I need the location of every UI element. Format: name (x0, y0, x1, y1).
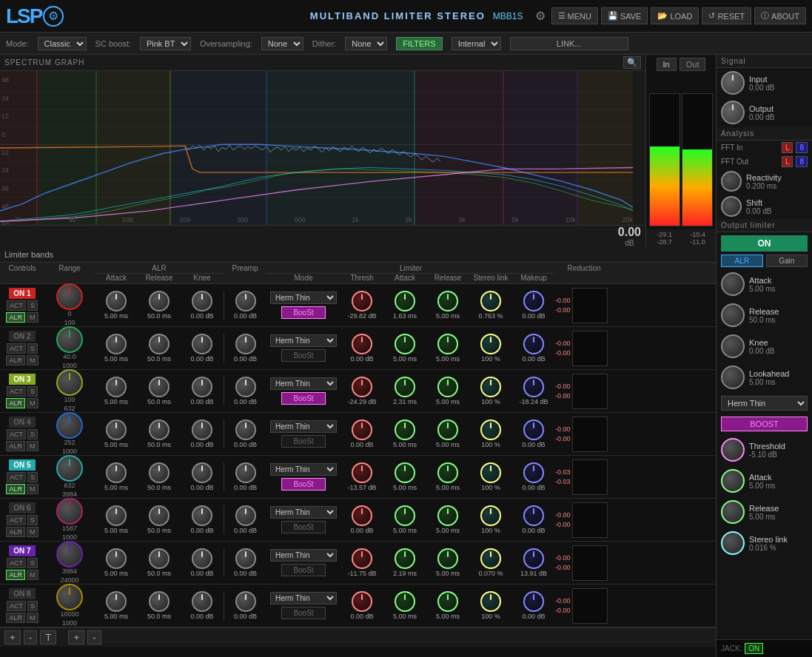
band-2-mute-button[interactable]: M (27, 355, 38, 365)
band-1-preamp-knob[interactable] (235, 291, 256, 311)
band-8-alr-button[interactable]: ALR (6, 613, 25, 623)
band-1-boost-button[interactable]: BooSt (281, 306, 326, 319)
band-4-thresh-knob[interactable] (352, 420, 372, 440)
about-button[interactable]: ⓘ ABOUT (754, 7, 806, 24)
band-3-attack-knob[interactable] (395, 377, 415, 397)
band-4-makeup-knob[interactable] (523, 420, 544, 440)
band-4-on-button[interactable]: ON 4 (9, 417, 36, 428)
band-2-alr-button[interactable]: ALR (6, 355, 25, 365)
routing-select[interactable]: Internal (452, 37, 501, 50)
band-8-makeup-knob[interactable] (523, 591, 544, 612)
band-7-alr-attack-knob[interactable] (106, 548, 127, 569)
band-2-range-knob[interactable] (56, 326, 83, 353)
band-1-release-knob[interactable] (437, 291, 458, 311)
out-knee-knob[interactable] (721, 334, 745, 358)
type-button[interactable]: T (40, 630, 56, 644)
band-8-alr-release-knob[interactable] (149, 591, 170, 612)
band-6-boost-button[interactable]: BooSt (281, 521, 326, 533)
fft-out-btn1[interactable]: L (782, 156, 793, 167)
band-4-mute-button[interactable]: M (27, 441, 38, 451)
band-6-alr-button[interactable]: ALR (6, 527, 25, 537)
band-8-alr-attack-knob[interactable] (106, 591, 127, 612)
band-3-preamp-knob[interactable] (235, 377, 256, 397)
load-button[interactable]: 📂 LOAD (651, 7, 699, 24)
band-2-makeup-knob[interactable] (523, 334, 544, 354)
band-4-solo-button[interactable]: S (27, 429, 38, 439)
band-4-boost-button[interactable]: BooSt (281, 435, 326, 448)
fft-out-btn2[interactable]: 8 (796, 156, 808, 167)
band-2-preamp-knob[interactable] (235, 334, 256, 354)
band-5-alr-button[interactable]: ALR (6, 484, 25, 494)
band-2-mode-select[interactable]: Herm Thin (270, 334, 337, 347)
band-8-preamp-knob[interactable] (235, 591, 256, 612)
band-7-release-knob[interactable] (437, 548, 458, 569)
band-8-alr-knee-knob[interactable] (192, 591, 212, 612)
out-threshold-knob[interactable] (721, 438, 745, 462)
band-4-attack-knob[interactable] (395, 420, 415, 440)
band-7-on-button[interactable]: ON 7 (9, 545, 36, 556)
band-7-boost-button[interactable]: BooSt (281, 564, 326, 576)
band-2-solo-button[interactable]: S (27, 343, 38, 354)
band-8-thresh-knob[interactable] (352, 591, 372, 612)
band-1-on-button[interactable]: ON 1 (9, 288, 36, 299)
band-8-range-knob[interactable] (56, 584, 83, 610)
band-6-alr-knee-knob[interactable] (192, 505, 212, 526)
link-button[interactable]: LINK... (510, 37, 628, 50)
out-attack2-knob[interactable] (721, 469, 745, 493)
band-7-mute-button[interactable]: M (27, 570, 38, 580)
band-5-on-button[interactable]: ON 5 (9, 459, 36, 471)
band-4-stereolink-knob[interactable] (480, 420, 501, 440)
band-4-alr-release-knob[interactable] (149, 420, 170, 440)
band-6-stereolink-knob[interactable] (480, 505, 501, 526)
in-tab[interactable]: In (657, 58, 677, 71)
band-7-preamp-knob[interactable] (235, 548, 256, 569)
band-5-thresh-knob[interactable] (352, 462, 372, 483)
band-4-alr-attack-knob[interactable] (106, 420, 127, 440)
band-6-act-button[interactable]: ACT (7, 515, 26, 525)
band-3-alr-button[interactable]: ALR (6, 398, 25, 408)
save-button[interactable]: 💾 SAVE (601, 7, 648, 24)
shift-knob[interactable] (721, 196, 742, 217)
output-on-button[interactable]: ON (721, 235, 808, 252)
band-2-alr-release-knob[interactable] (149, 334, 170, 354)
band-1-stereolink-knob[interactable] (480, 291, 501, 311)
spectrum-zoom-button[interactable]: 🔍 (623, 56, 641, 69)
input-knob[interactable] (721, 71, 745, 95)
band-1-alr-attack-knob[interactable] (106, 291, 127, 311)
band-1-mode-select[interactable]: Herm Thin (270, 292, 337, 304)
fft-in-btn2[interactable]: 8 (796, 142, 808, 153)
band-3-release-knob[interactable] (437, 377, 458, 397)
band-8-mute-button[interactable]: M (27, 613, 38, 623)
band-7-alr-knee-knob[interactable] (192, 548, 212, 569)
band-5-solo-button[interactable]: S (27, 472, 38, 482)
band-3-alr-attack-knob[interactable] (106, 377, 127, 397)
out-lookahead-knob[interactable] (721, 365, 745, 389)
band-1-range-knob[interactable] (56, 283, 83, 310)
band-8-act-button[interactable]: ACT (7, 601, 26, 611)
band-7-makeup-knob[interactable] (523, 548, 544, 569)
band-8-on-button[interactable]: ON 8 (9, 588, 36, 599)
out-tab[interactable]: Out (680, 58, 706, 71)
mode-select[interactable]: Classic (38, 37, 87, 50)
band-6-makeup-knob[interactable] (523, 505, 544, 526)
band-6-thresh-knob[interactable] (352, 505, 372, 526)
band-3-mute-button[interactable]: M (27, 398, 38, 408)
band-6-range-knob[interactable] (56, 498, 83, 525)
band-5-mute-button[interactable]: M (27, 484, 38, 494)
band-3-alr-knee-knob[interactable] (192, 377, 212, 397)
menu-button[interactable]: ☰ MENU (551, 7, 598, 24)
output-boost-button[interactable]: BOOST (721, 417, 808, 431)
band-5-alr-release-knob[interactable] (149, 462, 170, 483)
band-7-mode-select[interactable]: Herm Thin (270, 549, 337, 562)
band-1-alr-knee-knob[interactable] (192, 291, 212, 311)
band-6-alr-attack-knob[interactable] (106, 505, 127, 526)
filters-button[interactable]: FILTERS (396, 37, 442, 50)
band-1-alr-button[interactable]: ALR (6, 312, 25, 323)
band-1-thresh-knob[interactable] (352, 291, 372, 311)
reactivity-knob[interactable] (721, 171, 742, 192)
band-8-boost-button[interactable]: BooSt (281, 607, 326, 619)
band-7-thresh-knob[interactable] (352, 548, 372, 569)
settings-icon[interactable]: ⚙ (535, 9, 546, 23)
band-1-alr-release-knob[interactable] (149, 291, 170, 311)
band-5-preamp-knob[interactable] (235, 462, 256, 483)
